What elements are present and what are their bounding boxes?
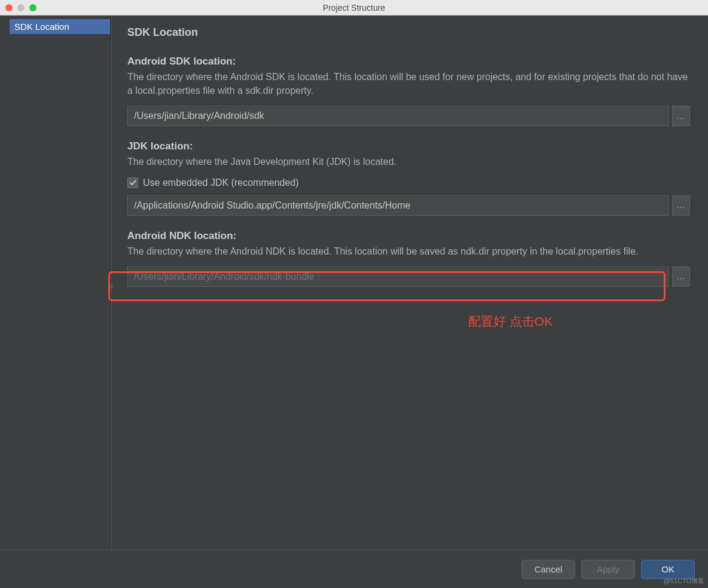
dialog-footer: Cancel Apply OK — [0, 550, 708, 588]
jdk-input-row: ... — [127, 195, 690, 216]
close-icon[interactable] — [5, 4, 13, 11]
ndk-location-input[interactable] — [127, 267, 669, 287]
jdk-location-desc: The directory where the Java Development… — [127, 155, 690, 169]
ndk-location-label: Android NDK location: — [127, 230, 690, 242]
use-embedded-jdk-label: Use embedded JDK (recommended) — [143, 177, 299, 188]
window-controls — [5, 4, 36, 11]
page-title: SDK Location — [127, 26, 690, 39]
jdk-checkbox-row: Use embedded JDK (recommended) — [127, 177, 690, 188]
minimize-icon[interactable] — [17, 4, 25, 11]
jdk-location-input[interactable] — [127, 195, 669, 216]
checkmark-icon — [129, 179, 137, 186]
sidebar: SDK Location — [0, 16, 111, 550]
sdk-browse-button[interactable]: ... — [672, 106, 690, 126]
use-embedded-jdk-checkbox[interactable] — [127, 177, 138, 188]
ndk-location-desc: The directory where the Android NDK is l… — [127, 244, 690, 258]
ndk-browse-button[interactable]: ... — [672, 267, 690, 287]
sdk-location-input[interactable] — [127, 106, 669, 126]
titlebar: Project Structure — [0, 0, 708, 16]
sdk-location-label: Android SDK location: — [127, 56, 690, 68]
cancel-button[interactable]: Cancel — [521, 560, 575, 579]
sdk-location-desc: The directory where the Android SDK is l… — [127, 70, 690, 97]
resize-handle-icon[interactable]: ⠿⠿ — [109, 286, 112, 289]
jdk-browse-button[interactable]: ... — [672, 195, 690, 216]
maximize-icon[interactable] — [29, 4, 36, 11]
content-panel: SDK Location Android SDK location: The d… — [111, 16, 708, 550]
ok-button[interactable]: OK — [641, 560, 695, 579]
annotation-text: 配置好 点击OK — [468, 313, 553, 330]
apply-button: Apply — [581, 560, 635, 579]
sidebar-item-sdk-location[interactable]: SDK Location — [10, 19, 110, 34]
sdk-input-row: ... — [127, 106, 690, 126]
main-area: SDK Location SDK Location Android SDK lo… — [0, 16, 708, 550]
window-title: Project Structure — [323, 3, 385, 13]
watermark: @51CTO博客 — [664, 577, 704, 586]
ndk-input-row: ... — [127, 267, 690, 287]
jdk-location-label: JDK location: — [127, 140, 690, 152]
